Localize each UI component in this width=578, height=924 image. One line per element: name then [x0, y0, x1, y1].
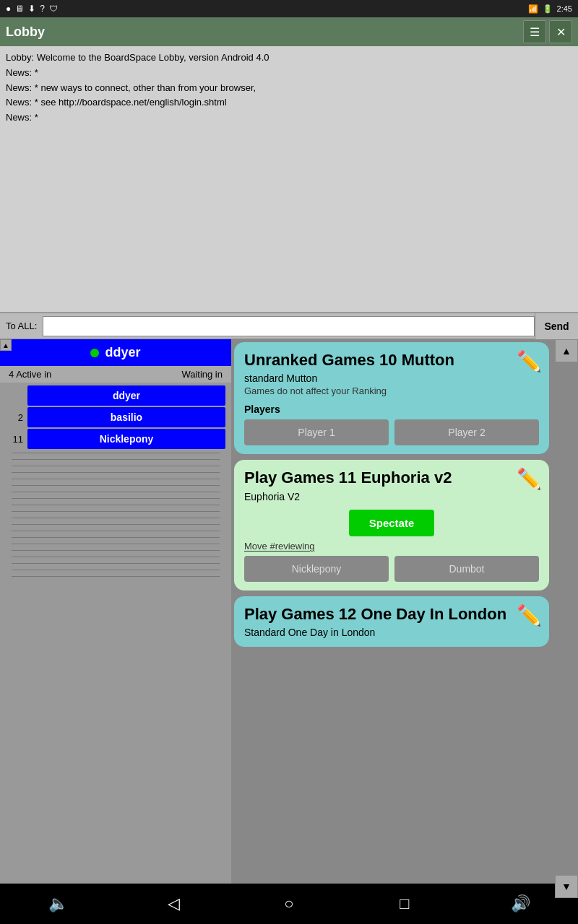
player-slot-2-2[interactable]: Dumbot	[394, 556, 539, 582]
back-icon[interactable]: ◁	[156, 886, 191, 921]
left-scroll-up-button[interactable]: ▲	[0, 339, 12, 351]
title-bar: Lobby ☰ ✕	[0, 17, 578, 46]
edit-icon-3: ✏️	[517, 603, 542, 627]
divider	[12, 466, 220, 466]
divider	[12, 544, 220, 544]
clock: 2:45	[557, 4, 572, 13]
player-row: 2 basilio	[6, 407, 225, 427]
move-reviewing-label: Move #reviewing	[244, 541, 539, 552]
divider	[12, 511, 220, 512]
divider	[12, 524, 220, 525]
news-line-2: News: *	[6, 66, 572, 81]
player-row: 11 Nicklepony	[6, 429, 225, 449]
status-right-icons: 📶 🔋 2:45	[528, 4, 572, 14]
divider	[12, 472, 220, 473]
status-left-icons: ● 🖥 ⬇ ? 🛡	[6, 4, 58, 14]
wifi-icon: 📶	[528, 4, 538, 14]
right-scroll-down-button[interactable]: ▼	[555, 875, 578, 898]
circle-icon: ●	[6, 4, 11, 14]
divider	[12, 563, 220, 564]
volume-down-icon[interactable]: 🔈	[40, 886, 75, 921]
game-card-mutton: ✏️ Unranked Games 10 Mutton standard Mut…	[234, 342, 549, 454]
active-waiting-bar: 4 Active in Waiting in	[0, 366, 231, 383]
volume-up-icon[interactable]: 🔊	[503, 886, 538, 921]
current-user-name: ddyer	[105, 345, 140, 360]
left-panel: ddyer 4 Active in Waiting in ddyer 2 bas…	[0, 339, 231, 924]
shield-icon: 🛡	[49, 4, 58, 14]
close-button[interactable]: ✕	[549, 20, 572, 43]
divider	[12, 550, 220, 551]
chat-bar: To ALL: Send	[0, 313, 578, 339]
main-area: ddyer 4 Active in Waiting in ddyer 2 bas…	[0, 339, 578, 924]
player-list: ddyer 2 basilio 11 Nicklepony	[0, 383, 231, 582]
status-bar: ● 🖥 ⬇ ? 🛡 📶 🔋 2:45	[0, 0, 578, 17]
battery-icon: 🔋	[543, 4, 553, 14]
download-icon: ⬇	[28, 4, 35, 14]
player-num-2: 2	[6, 412, 23, 423]
app-title: Lobby	[6, 25, 45, 40]
player-slots-2: Nicklepony Dumbot	[244, 556, 539, 582]
news-line-4: News: * see http://boardspace.net/englis…	[6, 95, 572, 110]
game-card-3-subtitle: Standard One Day in London	[244, 627, 539, 638]
right-panel[interactable]: ▲ ✏️ Unranked Games 10 Mutton standard M…	[231, 339, 578, 924]
player-btn-ddyer[interactable]: ddyer	[27, 385, 225, 406]
bottom-nav: 🔈 ◁ ○ □ 🔊	[0, 884, 578, 924]
game-card-euphoria: ✏️ Play Games 11 Euphoria v2 Euphoria V2…	[234, 460, 549, 590]
players-label-1: Players	[244, 404, 539, 415]
edit-icon-1: ✏️	[517, 349, 542, 373]
news-line-1: Lobby: Welcome to the BoardSpace Lobby, …	[6, 51, 572, 66]
online-dot	[90, 349, 99, 357]
divider	[12, 453, 220, 453]
divider	[12, 570, 220, 570]
news-line-3: News: * new ways to connect, other than …	[6, 81, 572, 96]
game-card-1-desc: Games do not affect your Ranking	[244, 385, 539, 396]
right-scroll-up-button[interactable]: ▲	[555, 339, 578, 362]
player-row: ddyer	[6, 385, 225, 406]
edit-icon-2: ✏️	[517, 467, 542, 491]
divider	[12, 485, 220, 486]
divider	[12, 505, 220, 505]
divider	[12, 459, 220, 460]
monitor-icon: 🖥	[15, 4, 24, 14]
player-slot-1-1[interactable]: Player 1	[244, 419, 389, 445]
active-count: 4 Active in	[9, 369, 51, 380]
game-card-1-title: Unranked Games 10 Mutton	[244, 351, 539, 370]
waiting-label: Waiting in	[181, 369, 223, 380]
recent-apps-icon[interactable]: □	[387, 886, 422, 921]
divider	[12, 479, 220, 479]
player-btn-nicklepony[interactable]: Nicklepony	[27, 429, 225, 449]
spectate-button[interactable]: Spectate	[349, 510, 435, 536]
player-btn-basilio[interactable]: basilio	[27, 407, 225, 427]
player-slot-2-1[interactable]: Nicklepony	[244, 556, 389, 582]
divider	[12, 498, 220, 499]
home-icon[interactable]: ○	[272, 886, 306, 921]
news-area: Lobby: Welcome to the BoardSpace Lobby, …	[0, 46, 578, 313]
game-card-1-subtitle: standard Mutton	[244, 372, 539, 384]
divider	[12, 576, 220, 577]
divider	[12, 492, 220, 492]
chat-label: To ALL:	[0, 321, 43, 331]
send-button[interactable]: Send	[535, 313, 578, 339]
game-card-2-title: Play Games 11 Euphoria v2	[244, 468, 539, 487]
player-slots-1: Player 1 Player 2	[244, 419, 539, 445]
chat-input[interactable]	[43, 316, 535, 336]
player-slot-1-2[interactable]: Player 2	[394, 419, 539, 445]
game-card-london: ✏️ Play Games 12 One Day In London Stand…	[234, 596, 549, 647]
divider	[12, 557, 220, 557]
user-header: ddyer	[0, 339, 231, 366]
news-line-5: News: *	[6, 110, 572, 126]
divider	[12, 531, 220, 531]
game-card-3-title: Play Games 12 One Day In London	[244, 605, 539, 624]
divider	[12, 537, 220, 538]
divider	[12, 518, 220, 518]
menu-button[interactable]: ☰	[523, 20, 546, 43]
player-num-3: 11	[6, 434, 23, 445]
help-icon: ?	[40, 4, 45, 14]
game-card-2-subtitle: Euphoria V2	[244, 491, 539, 502]
title-actions: ☰ ✕	[523, 20, 572, 43]
